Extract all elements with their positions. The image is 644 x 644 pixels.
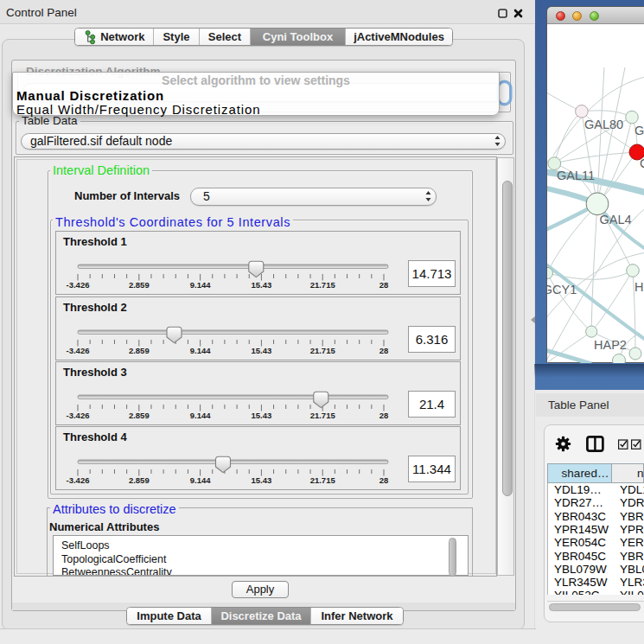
svg-text:GCY1: GCY1 — [547, 283, 577, 296]
svg-text:2.859: 2.859 — [129, 346, 150, 355]
svg-text:2.859: 2.859 — [129, 475, 150, 485]
svg-text:15.43: 15.43 — [252, 346, 272, 355]
svg-text:GAL4: GAL4 — [600, 213, 632, 226]
svg-text:9.144: 9.144 — [190, 475, 211, 485]
svg-text:C: C — [640, 156, 644, 170]
svg-text:15.43: 15.43 — [252, 411, 272, 420]
svg-text:2.859: 2.859 — [129, 280, 150, 290]
svg-text:HAP2: HAP2 — [594, 338, 627, 352]
svg-text:28: 28 — [379, 346, 389, 355]
svg-text:9.144: 9.144 — [190, 346, 211, 355]
svg-text:28: 28 — [379, 280, 389, 290]
svg-text:21.715: 21.715 — [310, 411, 336, 420]
svg-text:21.715: 21.715 — [310, 280, 336, 290]
svg-text:9.144: 9.144 — [190, 411, 211, 420]
svg-text:21.715: 21.715 — [310, 475, 336, 485]
svg-text:2.859: 2.859 — [129, 411, 150, 420]
svg-text:28: 28 — [379, 411, 389, 420]
svg-text:21.715: 21.715 — [310, 346, 336, 355]
svg-text:GAL11: GAL11 — [557, 169, 595, 182]
svg-text:28: 28 — [379, 475, 389, 485]
svg-text:9.144: 9.144 — [190, 280, 211, 290]
svg-text:-3.426: -3.426 — [67, 280, 90, 290]
svg-text:15.43: 15.43 — [252, 280, 272, 290]
svg-text:GAL80: GAL80 — [584, 118, 623, 131]
svg-text:G.: G. — [634, 124, 644, 137]
svg-text:-3.426: -3.426 — [67, 346, 90, 355]
svg-text:-3.426: -3.426 — [67, 411, 90, 420]
svg-text:15.43: 15.43 — [252, 475, 272, 485]
svg-text:H: H — [634, 280, 643, 294]
svg-text:-3.426: -3.426 — [67, 475, 90, 485]
